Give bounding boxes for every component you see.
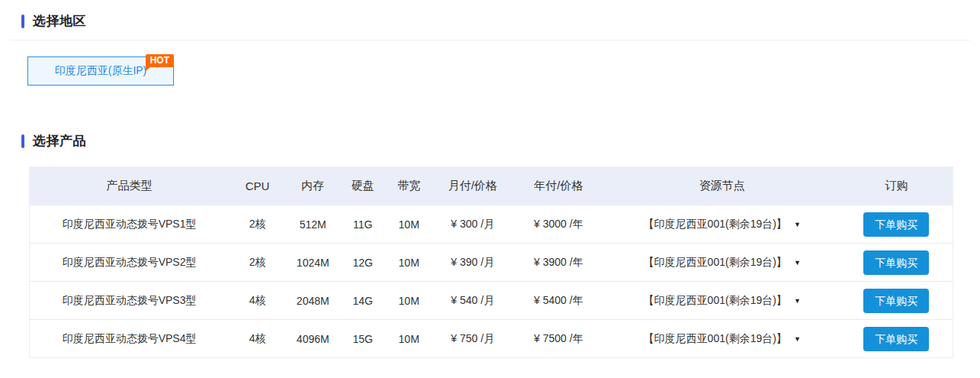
product-bandwidth: 10M	[386, 205, 432, 244]
node-dropdown-label: 【印度尼西亚001(剩余19台)】	[644, 332, 787, 346]
product-cpu: 4核	[229, 320, 286, 358]
col-header-node: 资源节点	[604, 167, 840, 205]
region-options-row: 印度尼西亚(原生IP) HOT	[27, 57, 970, 86]
section-divider	[10, 40, 970, 40]
table-row: 印度尼西亚动态拨号VPS2型 2核 1024M 12G 10M ¥ 390 /月…	[30, 244, 953, 282]
table-row: 印度尼西亚动态拨号VPS4型 4核 4096M 15G 10M ¥ 750 /月…	[30, 320, 953, 358]
product-yearly-price: ¥ 3900 /年	[513, 244, 604, 282]
hot-badge: HOT	[146, 54, 174, 67]
product-bandwidth: 10M	[386, 282, 432, 320]
product-monthly-price: ¥ 750 /月	[432, 320, 513, 358]
region-button-indonesia[interactable]: 印度尼西亚(原生IP) HOT	[27, 57, 174, 86]
node-dropdown[interactable]: 【印度尼西亚001(剩余19台)】 ▼	[644, 218, 801, 231]
product-yearly-price: ¥ 7500 /年	[513, 320, 604, 358]
region-button-label: 印度尼西亚(原生IP)	[55, 64, 147, 78]
product-monthly-price: ¥ 390 /月	[432, 244, 513, 282]
product-section-title: 选择产品	[21, 132, 970, 150]
node-dropdown-label: 【印度尼西亚001(剩余19台)】	[644, 218, 787, 231]
product-disk: 11G	[339, 205, 386, 244]
product-cpu: 2核	[229, 244, 286, 282]
node-dropdown-label: 【印度尼西亚001(剩余19台)】	[644, 294, 787, 308]
product-name: 印度尼西亚动态拨号VPS1型	[30, 205, 230, 244]
product-ram: 4096M	[286, 320, 339, 358]
product-yearly-price: ¥ 3000 /年	[513, 205, 604, 244]
node-dropdown[interactable]: 【印度尼西亚001(剩余19台)】 ▼	[644, 256, 801, 270]
node-dropdown[interactable]: 【印度尼西亚001(剩余19台)】 ▼	[644, 332, 801, 346]
product-cpu: 2核	[229, 205, 286, 244]
caret-down-icon: ▼	[794, 335, 801, 343]
product-monthly-price: ¥ 540 /月	[432, 282, 513, 320]
caret-down-icon: ▼	[794, 221, 801, 228]
node-dropdown-label: 【印度尼西亚001(剩余19台)】	[644, 256, 787, 270]
product-ram: 1024M	[286, 244, 339, 282]
col-header-disk: 硬盘	[339, 167, 386, 205]
product-bandwidth: 10M	[386, 320, 432, 358]
col-header-order: 订购	[840, 167, 953, 205]
order-button[interactable]: 下单购买	[863, 212, 929, 237]
col-header-bandwidth: 带宽	[386, 167, 432, 205]
col-header-monthly-price: 月付/价格	[432, 167, 513, 205]
product-name: 印度尼西亚动态拨号VPS3型	[30, 282, 230, 320]
col-header-product-type: 产品类型	[30, 167, 230, 205]
product-yearly-price: ¥ 5400 /年	[513, 282, 604, 320]
region-section-title: 选择地区	[21, 0, 970, 30]
region-title-text: 选择地区	[33, 12, 86, 30]
order-button[interactable]: 下单购买	[863, 250, 929, 275]
col-header-cpu: CPU	[229, 167, 286, 205]
product-ram: 2048M	[286, 282, 339, 320]
product-name: 印度尼西亚动态拨号VPS2型	[30, 244, 230, 282]
product-disk: 14G	[339, 282, 386, 320]
caret-down-icon: ▼	[794, 259, 801, 267]
product-title-text: 选择产品	[33, 132, 86, 150]
col-header-ram: 内存	[286, 167, 339, 205]
table-row: 印度尼西亚动态拨号VPS3型 4核 2048M 14G 10M ¥ 540 /月…	[30, 282, 953, 320]
col-header-yearly-price: 年付/价格	[513, 167, 604, 205]
node-dropdown[interactable]: 【印度尼西亚001(剩余19台)】 ▼	[644, 294, 801, 308]
product-monthly-price: ¥ 300 /月	[432, 205, 513, 244]
accent-bar	[21, 15, 24, 28]
product-table: 产品类型 CPU 内存 硬盘 带宽 月付/价格 年付/价格 资源节点 订购 印度…	[29, 166, 953, 358]
table-row: 印度尼西亚动态拨号VPS1型 2核 512M 11G 10M ¥ 300 /月 …	[30, 205, 953, 244]
product-disk: 12G	[339, 244, 386, 282]
product-bandwidth: 10M	[386, 244, 432, 282]
caret-down-icon: ▼	[794, 297, 801, 305]
product-name: 印度尼西亚动态拨号VPS4型	[30, 320, 230, 358]
order-button[interactable]: 下单购买	[863, 289, 929, 313]
order-button[interactable]: 下单购买	[863, 327, 929, 351]
product-cpu: 4核	[229, 282, 286, 320]
accent-bar	[21, 134, 24, 148]
product-disk: 15G	[339, 320, 386, 358]
product-ram: 512M	[286, 205, 339, 244]
vps-purchase-page: 选择地区 印度尼西亚(原生IP) HOT 选择产品 产品类型 CPU 内存 硬盘…	[0, 0, 980, 378]
table-header-row: 产品类型 CPU 内存 硬盘 带宽 月付/价格 年付/价格 资源节点 订购	[30, 167, 953, 205]
